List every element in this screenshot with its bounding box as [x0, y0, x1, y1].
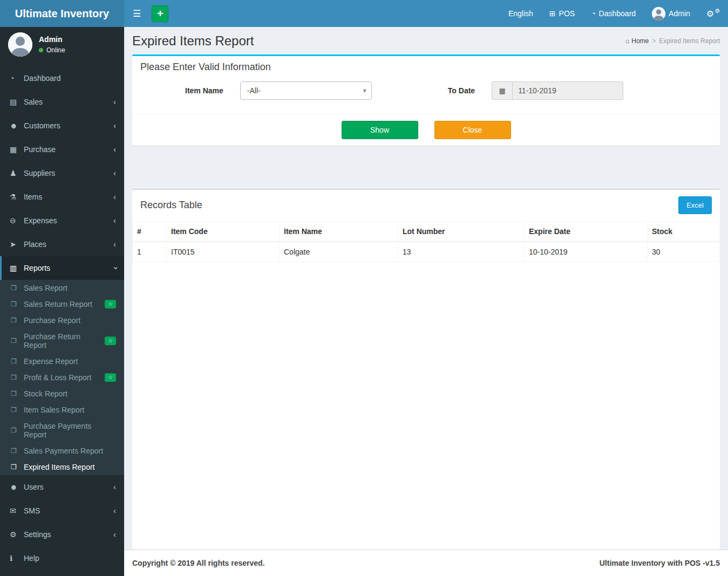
submenu-item-sales-return-report[interactable]: ❐ Sales Return Report ☆	[0, 296, 124, 312]
navbar-right: English ⊞ POS ◔ Dashboard Admin	[500, 0, 728, 27]
column-header-item-code[interactable]: Item Code	[167, 222, 280, 242]
language-menu[interactable]: English	[500, 0, 541, 27]
submenu-item-purchase-report[interactable]: ❐ Purchase Report	[0, 312, 124, 328]
item-name-select[interactable]: -All- ▾	[240, 81, 372, 100]
submenu-item-expired-items-report[interactable]: ❐ Expired Items Report	[0, 459, 124, 475]
submenu-item-label: Sales Report	[24, 284, 67, 292]
users-icon: ☻	[10, 482, 24, 492]
version-text: Ultimate Inventory with POS -v1.5	[600, 559, 720, 567]
help-icon: ℹ	[10, 553, 24, 564]
settings-menu[interactable]: ⚙ ⚙	[698, 0, 728, 27]
submenu-item-profit-loss-report[interactable]: ❐ Profit & Loss Report ☆	[0, 369, 124, 386]
sidebar-item-label: Reports	[24, 263, 50, 273]
submenu-item-expense-report[interactable]: ❐ Expense Report	[0, 353, 124, 369]
chevron-left-icon: ‹	[113, 144, 116, 155]
item-name-label: Item Name	[185, 86, 223, 95]
sidebar-item-customers[interactable]: ☻ Customers ‹	[0, 114, 124, 138]
sidebar-item-expenses[interactable]: ⊖ Expenses ‹	[0, 209, 124, 232]
records-panel-header: Records Table Excel	[132, 190, 720, 221]
file-icon: ❐	[11, 463, 24, 471]
submenu-item-label: Sales Payments Report	[24, 447, 103, 455]
file-icon: ❐	[11, 357, 24, 366]
sidebar-item-dashboard[interactable]: ◔ Dashboard	[0, 66, 124, 90]
submenu-item-label: Profit & Loss Report	[24, 373, 91, 382]
filter-panel-title: Please Enter Valid Information	[132, 56, 720, 74]
close-button[interactable]: Close	[434, 121, 511, 139]
users-icon: ☻	[10, 120, 24, 131]
sidebar-item-label: Places	[24, 239, 46, 250]
content-wrapper: Expired Items Report ⌂ Home > Expired It…	[124, 27, 728, 576]
online-status-dot	[39, 48, 43, 52]
cell-index: 1	[133, 242, 167, 262]
file-icon: ❐	[11, 406, 24, 414]
calendar-icon[interactable]: ▦	[492, 81, 512, 100]
filter-panel-footer: Show Close	[132, 114, 720, 146]
submenu-item-purchase-payments-report[interactable]: ❐ Purchase Payments Report	[0, 418, 124, 443]
breadcrumb-current: Expired Items Report	[659, 37, 720, 45]
show-button[interactable]: Show	[342, 121, 418, 139]
sidebar-item-places[interactable]: ➤ Places ‹	[0, 232, 124, 256]
to-date-input[interactable]	[512, 81, 623, 100]
chevron-left-icon: ‹	[113, 120, 116, 131]
column-header-stock[interactable]: Stock	[648, 222, 720, 242]
sidebar-item-label: Items	[24, 191, 42, 202]
dashboard-link[interactable]: ◔ Dashboard	[583, 0, 644, 27]
sidebar-user-status[interactable]: Online	[39, 46, 65, 54]
filter-form-row: Item Name -All- ▾ To Date ▦	[132, 81, 720, 100]
dashboard-icon: ◔	[591, 9, 595, 18]
sidebar-toggle-button[interactable]: ☰	[124, 0, 149, 27]
sidebar-item-settings[interactable]: ⚙ Settings ‹	[0, 523, 124, 546]
column-header-item-name[interactable]: Item Name	[280, 222, 398, 242]
records-table-wrap: # Item Code Item Name Lot Number Expire …	[132, 221, 720, 262]
gears-icon: ⚙	[706, 9, 714, 19]
records-panel-title: Records Table	[140, 200, 202, 211]
sidebar-item-suppliers[interactable]: ♟ Suppliers ‹	[0, 161, 124, 185]
sidebar-item-items[interactable]: ⚗ Items ‹	[0, 185, 124, 209]
navbar: ☰ + English ⊞ POS ◔ Dashboard	[124, 0, 728, 27]
file-icon: ❐	[11, 284, 24, 292]
submenu-item-item-sales-report[interactable]: ❐ Item Sales Report	[0, 402, 124, 418]
column-header-lot-number[interactable]: Lot Number	[398, 222, 525, 242]
column-header-index[interactable]: #	[133, 222, 167, 242]
excel-export-button[interactable]: Excel	[678, 196, 712, 214]
language-label: English	[508, 9, 533, 18]
records-table: # Item Code Item Name Lot Number Expire …	[132, 221, 720, 262]
sidebar-item-sales[interactable]: ▤ Sales ‹	[0, 90, 124, 114]
pos-link[interactable]: ⊞ POS	[541, 0, 583, 27]
breadcrumb-home-link[interactable]: ⌂ Home	[625, 37, 649, 45]
sidebar-item-purchase[interactable]: ▦ Purchase ‹	[0, 138, 124, 161]
home-icon: ⌂	[625, 37, 629, 45]
brand-logo[interactable]: Ultimate Inventory	[0, 0, 124, 27]
sidebar-item-sms[interactable]: ✉ SMS ‹	[0, 499, 124, 523]
file-icon: ❐	[11, 316, 24, 325]
sidebar-user-info: Admin Online	[39, 35, 65, 54]
avatar	[8, 32, 32, 57]
sidebar-item-label: Help	[24, 553, 39, 564]
submenu-item-stock-report[interactable]: ❐ Stock Report	[0, 386, 124, 402]
content: Expired Items Report ⌂ Home > Expired It…	[124, 27, 728, 550]
submenu-item-label: Sales Return Report	[24, 300, 92, 308]
gear-icon: ⚙	[10, 529, 24, 540]
content-header: Expired Items Report ⌂ Home > Expired It…	[124, 27, 728, 54]
sidebar-item-label: Suppliers	[24, 168, 55, 179]
supplier-icon: ♟	[10, 168, 24, 179]
column-header-expire-date[interactable]: Expire Date	[525, 222, 648, 242]
sidebar-item-label: Dashboard	[24, 73, 61, 84]
user-menu[interactable]: Admin	[644, 0, 698, 27]
submenu-item-label: Expired Items Report	[24, 463, 95, 471]
person-icon	[652, 7, 665, 20]
quick-add-button[interactable]: +	[152, 5, 168, 22]
file-icon: ❐	[11, 337, 24, 345]
sidebar-item-users[interactable]: ☻ Users ‹	[0, 475, 124, 499]
star-badge: ☆	[105, 373, 116, 382]
avatar	[652, 7, 665, 20]
submenu-item-sales-report[interactable]: ❐ Sales Report	[0, 280, 124, 296]
submenu-item-purchase-return-report[interactable]: ❐ Purchase Return Report ☆	[0, 328, 124, 353]
chevron-left-icon: ‹	[113, 482, 116, 492]
dashboard-icon: ◔	[10, 73, 24, 84]
sidebar-item-reports[interactable]: ▥ Reports ‹	[0, 256, 124, 280]
star-badge: ☆	[105, 300, 116, 308]
cell-expire-date: 10-10-2019	[525, 242, 648, 262]
submenu-item-sales-payments-report[interactable]: ❐ Sales Payments Report	[0, 443, 124, 459]
sidebar-item-help[interactable]: ℹ Help	[0, 546, 124, 570]
